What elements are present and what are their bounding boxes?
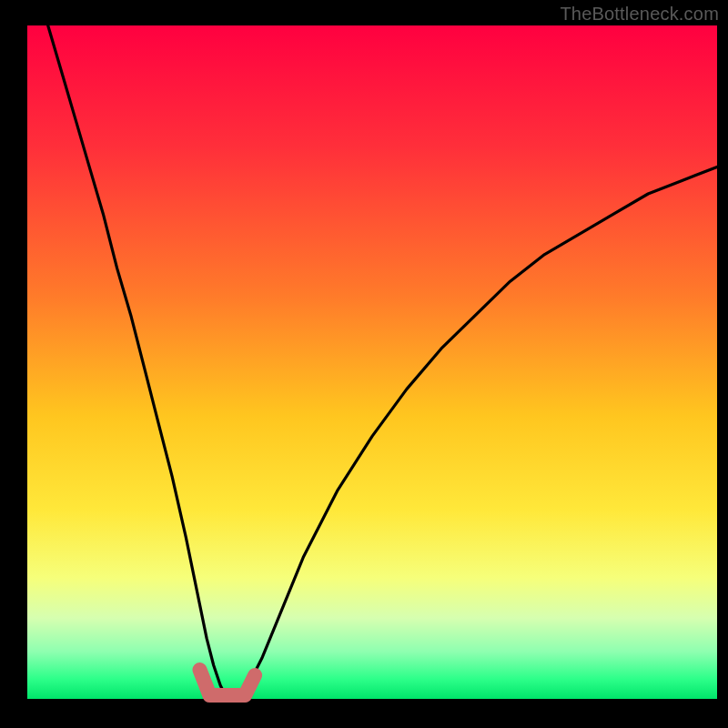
bottleneck-chart bbox=[0, 0, 728, 728]
watermark-label: TheBottleneck.com bbox=[560, 4, 719, 25]
plot-background bbox=[27, 25, 717, 699]
chart-stage: TheBottleneck.com bbox=[0, 0, 728, 728]
